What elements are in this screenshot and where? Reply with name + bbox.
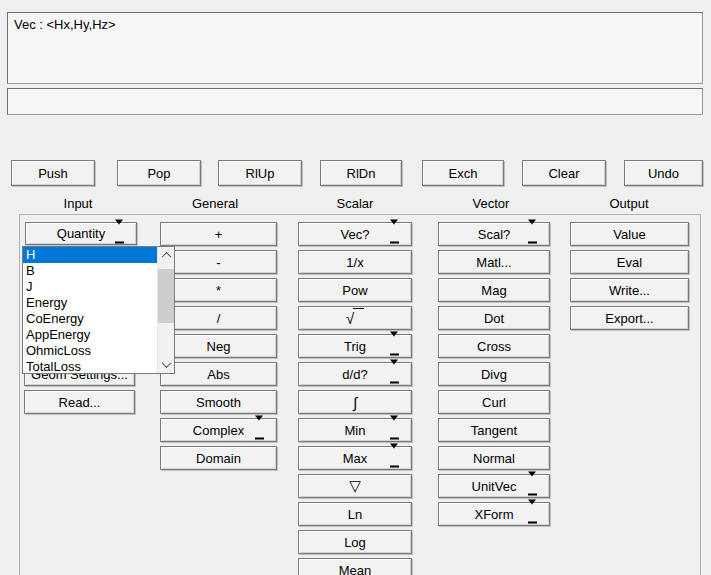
section-label-general: General: [192, 196, 238, 211]
vec-dropdown-button[interactable]: Vec?: [298, 222, 412, 246]
write-button[interactable]: Write...: [570, 278, 689, 302]
dropdown-scrollbar[interactable]: [157, 247, 174, 373]
dropdown-arrow-icon: [390, 421, 399, 440]
list-item-energy[interactable]: Energy: [23, 295, 158, 311]
grad-button[interactable]: ▽: [298, 474, 412, 498]
domain-button[interactable]: Domain: [160, 446, 277, 470]
mag-button[interactable]: Mag: [438, 278, 550, 302]
exch-button[interactable]: Exch: [422, 160, 504, 186]
push-button[interactable]: Push: [11, 160, 95, 186]
dot-button[interactable]: Dot: [438, 306, 550, 330]
section-label-vector: Vector: [473, 196, 510, 211]
message-line: [8, 89, 702, 97]
log-button[interactable]: Log: [298, 530, 412, 554]
abs-button[interactable]: Abs: [160, 362, 277, 386]
export-button[interactable]: Export...: [570, 306, 689, 330]
dropdown-arrow-icon: [390, 449, 399, 468]
section-label-output: Output: [609, 196, 648, 211]
eval-button[interactable]: Eval: [570, 250, 689, 274]
dropdown-arrow-icon: [390, 337, 399, 356]
mean-button[interactable]: Mean: [298, 558, 412, 575]
pop-button[interactable]: Pop: [117, 160, 201, 186]
list-item-ohmicloss[interactable]: OhmicLoss: [23, 343, 158, 359]
divg-button[interactable]: Divg: [438, 362, 550, 386]
stack-register-line: Vec : <Hx,Hy,Hz>: [8, 13, 702, 36]
list-item-b[interactable]: B: [23, 263, 158, 279]
subtract-button[interactable]: -: [160, 250, 277, 274]
unitvec-dropdown-button[interactable]: UnitVec: [438, 474, 550, 498]
scrollbar-thumb[interactable]: [158, 269, 174, 323]
quantity-dropdown-button[interactable]: Quantity: [25, 222, 137, 245]
smooth-button[interactable]: Smooth: [160, 390, 277, 414]
derivative-dropdown-button[interactable]: d/d?: [298, 362, 412, 386]
list-item-totalloss[interactable]: TotalLoss: [23, 359, 158, 375]
list-item-h[interactable]: H: [23, 247, 158, 263]
min-dropdown-button[interactable]: Min: [298, 418, 412, 442]
tangent-button[interactable]: Tangent: [438, 418, 550, 442]
dropdown-arrow-icon: [528, 477, 537, 496]
sqrt-overline: [353, 308, 364, 318]
neg-button[interactable]: Neg: [160, 334, 277, 358]
clear-button[interactable]: Clear: [522, 160, 606, 186]
list-item-appenergy[interactable]: AppEnergy: [23, 327, 158, 343]
complex-dropdown-button[interactable]: Complex: [160, 418, 277, 442]
curl-button[interactable]: Curl: [438, 390, 550, 414]
undo-button[interactable]: Undo: [624, 160, 703, 186]
normal-button[interactable]: Normal: [438, 446, 550, 470]
stack-display[interactable]: Vec : <Hx,Hy,Hz>: [7, 12, 703, 84]
divide-button[interactable]: /: [160, 306, 277, 330]
read-button[interactable]: Read...: [24, 390, 135, 414]
scroll-down-button[interactable]: [158, 356, 174, 373]
chevron-up-icon: [161, 252, 171, 262]
scroll-up-button[interactable]: [158, 247, 174, 264]
chevron-down-icon: [161, 358, 171, 368]
dropdown-arrow-icon: [390, 365, 399, 384]
max-dropdown-button[interactable]: Max: [298, 446, 412, 470]
sqrt-button[interactable]: √: [298, 306, 412, 330]
value-button[interactable]: Value: [570, 222, 689, 246]
integral-button[interactable]: ∫: [298, 390, 412, 414]
dropdown-arrow-icon: [255, 421, 264, 440]
pow-button[interactable]: Pow: [298, 278, 412, 302]
dropdown-arrow-icon: [528, 505, 537, 524]
rldn-button[interactable]: RlDn: [320, 160, 402, 186]
field-calculator-dialog: Vec : <Hx,Hy,Hz> Push Pop RlUp RlDn Exch…: [0, 0, 711, 575]
trig-dropdown-button[interactable]: Trig: [298, 334, 412, 358]
multiply-button[interactable]: *: [160, 278, 277, 302]
dropdown-arrow-icon: [528, 225, 537, 244]
quantity-dropdown-list: H B J Energy CoEnergy AppEnergy OhmicLos…: [22, 246, 175, 374]
reciprocal-button[interactable]: 1/x: [298, 250, 412, 274]
rlup-button[interactable]: RlUp: [218, 160, 302, 186]
message-line-box: [7, 88, 703, 115]
section-label-scalar: Scalar: [337, 196, 374, 211]
dropdown-arrow-icon: [115, 224, 124, 243]
scal-dropdown-button[interactable]: Scal?: [438, 222, 550, 246]
add-button[interactable]: +: [160, 222, 277, 246]
ln-button[interactable]: Ln: [298, 502, 412, 526]
section-label-input: Input: [64, 196, 93, 211]
xform-dropdown-button[interactable]: XForm: [438, 502, 550, 526]
matl-button[interactable]: Matl...: [438, 250, 550, 274]
list-item-coenergy[interactable]: CoEnergy: [23, 311, 158, 327]
list-item-j[interactable]: J: [23, 279, 158, 295]
cross-button[interactable]: Cross: [438, 334, 550, 358]
dropdown-arrow-icon: [390, 225, 399, 244]
